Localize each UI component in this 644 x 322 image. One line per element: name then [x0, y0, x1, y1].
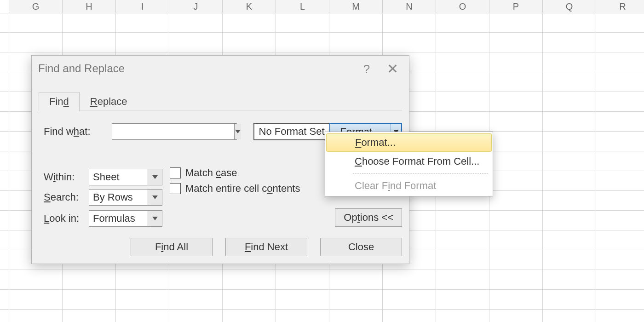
cell[interactable]: [9, 310, 63, 322]
cell[interactable]: [383, 270, 436, 289]
cell[interactable]: [63, 13, 116, 32]
cell[interactable]: [116, 270, 169, 289]
close-button[interactable]: ✕: [380, 59, 404, 79]
cell[interactable]: [543, 270, 596, 289]
cell[interactable]: [329, 33, 383, 52]
grid-row[interactable]: [0, 33, 644, 52]
cell[interactable]: [383, 290, 436, 309]
column-header[interactable]: J: [169, 0, 223, 13]
cell[interactable]: [596, 13, 644, 32]
cell[interactable]: [596, 33, 644, 52]
column-header[interactable]: G: [9, 0, 63, 13]
cell[interactable]: [596, 52, 644, 72]
find-what-input[interactable]: [112, 123, 237, 140]
cell[interactable]: [116, 310, 169, 322]
find-all-button[interactable]: Find All: [131, 238, 213, 256]
cell[interactable]: [276, 310, 329, 322]
cell[interactable]: [223, 13, 276, 32]
column-header[interactable]: M: [329, 0, 383, 13]
cell[interactable]: [596, 72, 644, 92]
column-header[interactable]: O: [436, 0, 489, 13]
options-button[interactable]: Options <<: [335, 208, 402, 227]
cell[interactable]: [489, 92, 543, 111]
cell[interactable]: [489, 72, 543, 92]
cell[interactable]: [116, 33, 169, 52]
cell[interactable]: [596, 132, 644, 151]
cell[interactable]: [436, 230, 489, 250]
cell[interactable]: [169, 290, 223, 309]
cell[interactable]: [543, 290, 596, 309]
cell[interactable]: [489, 270, 543, 289]
cell[interactable]: [489, 211, 543, 230]
cell[interactable]: [276, 270, 329, 289]
find-what-field[interactable]: [112, 124, 234, 139]
cell[interactable]: [543, 230, 596, 250]
cell[interactable]: [596, 270, 644, 289]
cell[interactable]: [543, 52, 596, 72]
cell[interactable]: [436, 211, 489, 230]
grid-row[interactable]: [0, 290, 644, 310]
cell[interactable]: [436, 92, 489, 111]
tab-replace[interactable]: Replace: [80, 92, 138, 111]
cell[interactable]: [9, 33, 63, 52]
cell[interactable]: [329, 13, 383, 32]
cell[interactable]: [596, 310, 644, 322]
grid-row[interactable]: [0, 310, 644, 322]
column-header[interactable]: Q: [543, 0, 596, 13]
cell[interactable]: [223, 290, 276, 309]
lookin-combo[interactable]: Formulas: [89, 210, 162, 227]
column-header[interactable]: N: [383, 0, 436, 13]
cell[interactable]: [489, 151, 543, 171]
cell[interactable]: [329, 270, 383, 289]
cell[interactable]: [596, 92, 644, 111]
column-header[interactable]: R: [596, 0, 644, 13]
column-header[interactable]: I: [116, 0, 169, 13]
cell[interactable]: [543, 310, 596, 322]
find-next-button[interactable]: Find Next: [225, 238, 307, 256]
cell[interactable]: [329, 310, 383, 322]
lookin-dropdown[interactable]: [148, 211, 162, 226]
cell[interactable]: [596, 112, 644, 131]
cell[interactable]: [596, 151, 644, 171]
column-header[interactable]: K: [223, 0, 276, 13]
match-case-checkbox[interactable]: Match case: [170, 167, 237, 179]
cell[interactable]: [276, 290, 329, 309]
cell[interactable]: [436, 33, 489, 52]
cell[interactable]: [63, 310, 116, 322]
cell[interactable]: [436, 290, 489, 309]
cell[interactable]: [383, 13, 436, 32]
cell[interactable]: [383, 33, 436, 52]
cell[interactable]: [9, 290, 63, 309]
help-button[interactable]: ?: [355, 59, 379, 79]
cell[interactable]: [329, 290, 383, 309]
match-entire-cell-checkbox[interactable]: Match entire cell contents: [170, 183, 300, 195]
cell[interactable]: [9, 270, 63, 289]
cell[interactable]: [63, 270, 116, 289]
cell[interactable]: [489, 171, 543, 190]
find-what-dropdown[interactable]: [234, 124, 241, 139]
cell[interactable]: [596, 211, 644, 230]
cell[interactable]: [436, 270, 489, 289]
cell[interactable]: [276, 13, 329, 32]
cell[interactable]: [489, 310, 543, 322]
cell[interactable]: [543, 13, 596, 32]
cell[interactable]: [489, 230, 543, 250]
cell[interactable]: [276, 33, 329, 52]
cell[interactable]: [116, 13, 169, 32]
cell[interactable]: [489, 112, 543, 131]
search-combo[interactable]: By Rows: [89, 189, 162, 206]
within-combo[interactable]: Sheet: [89, 169, 162, 185]
cell[interactable]: [596, 171, 644, 190]
grid-row[interactable]: [0, 270, 644, 290]
grid-row[interactable]: [0, 13, 644, 33]
cell[interactable]: [543, 72, 596, 92]
cell[interactable]: [543, 151, 596, 171]
cell[interactable]: [169, 33, 223, 52]
cell[interactable]: [169, 270, 223, 289]
column-header[interactable]: L: [276, 0, 329, 13]
cell[interactable]: [436, 72, 489, 92]
cell[interactable]: [63, 290, 116, 309]
column-header[interactable]: P: [489, 0, 543, 13]
search-dropdown[interactable]: [148, 190, 162, 205]
cell[interactable]: [436, 13, 489, 32]
